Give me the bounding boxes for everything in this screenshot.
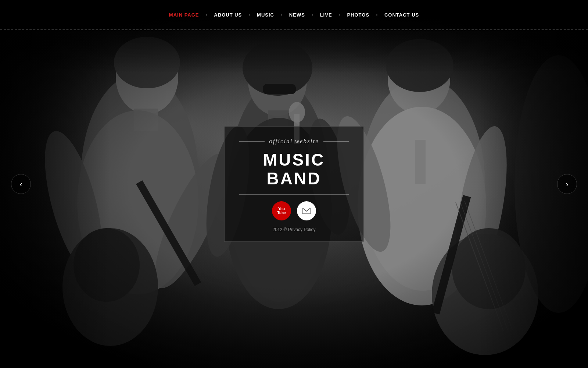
info-box: official website MUSIC BAND You Tube 201… — [224, 126, 364, 242]
youtube-button[interactable]: You Tube — [272, 201, 291, 220]
nav-item-news[interactable]: NEWS — [283, 12, 312, 18]
next-arrow-button[interactable]: › — [557, 174, 577, 194]
nav-list: MAIN PAGE ● ABOUT US ● MUSIC ● NEWS ● LI… — [162, 12, 426, 18]
social-icons-container: You Tube — [239, 201, 349, 220]
copyright-text: 2012 © Privacy Policy — [239, 227, 349, 232]
nav-item-music[interactable]: MUSIC — [250, 12, 281, 18]
hero-subtitle: official website — [239, 138, 349, 145]
nav-item-main-page[interactable]: MAIN PAGE — [162, 12, 206, 18]
nav-link-photos[interactable]: PHOTOS — [340, 12, 376, 18]
nav-item-photos[interactable]: PHOTOS — [340, 12, 376, 18]
hero-title: MUSIC BAND — [239, 151, 349, 188]
nav-link-live[interactable]: LIVE — [313, 12, 339, 18]
nav-link-contact-us[interactable]: CONTACT US — [378, 12, 426, 18]
prev-arrow-icon: ‹ — [20, 180, 22, 188]
nav-item-contact-us[interactable]: CONTACT US — [378, 12, 426, 18]
nav-link-music[interactable]: MUSIC — [250, 12, 281, 18]
hero-section: MAIN PAGE ● ABOUT US ● MUSIC ● NEWS ● LI… — [0, 0, 588, 368]
navigation: MAIN PAGE ● ABOUT US ● MUSIC ● NEWS ● LI… — [0, 0, 588, 29]
youtube-label-bottom: Tube — [277, 211, 286, 215]
nav-item-live[interactable]: LIVE — [313, 12, 339, 18]
nav-border — [0, 29, 588, 30]
nav-item-about-us[interactable]: ABOUT US — [207, 12, 248, 18]
nav-link-about-us[interactable]: ABOUT US — [207, 12, 248, 18]
youtube-label-top: You — [278, 207, 285, 211]
nav-link-main-page[interactable]: MAIN PAGE — [162, 12, 206, 18]
nav-link-news[interactable]: NEWS — [283, 12, 312, 18]
envelope-icon — [302, 208, 311, 214]
divider — [239, 194, 349, 195]
next-arrow-icon: › — [566, 180, 569, 188]
prev-arrow-button[interactable]: ‹ — [11, 174, 31, 194]
email-button[interactable] — [297, 201, 316, 220]
